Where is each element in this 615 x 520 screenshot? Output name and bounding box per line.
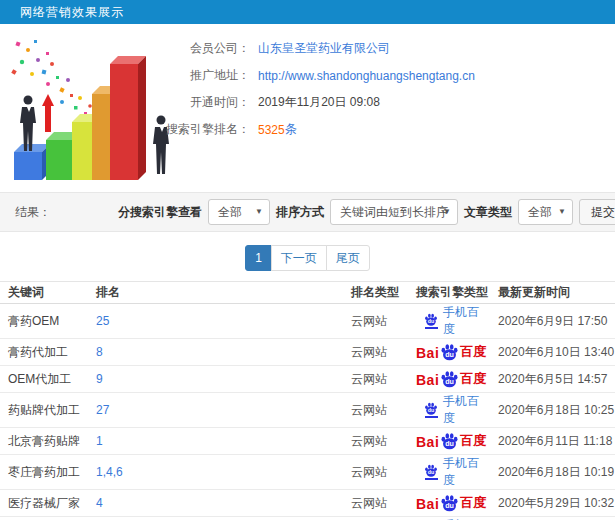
chevron-down-icon: ▼ [255, 200, 263, 224]
baidu-logo: Bai du 百度 [416, 370, 486, 388]
chevron-down-icon: ▼ [443, 200, 451, 224]
baidu-logo-bai-text: Bai [416, 345, 439, 361]
svg-text:du: du [445, 378, 454, 386]
info-row-open-time: 开通时间： 2019年11月20日 09:08 [162, 89, 475, 116]
businessman-left [20, 96, 36, 152]
company-info: 会员公司： 山东皇圣堂药业有限公司 推广地址： http://www.shand… [162, 35, 475, 143]
rank-cell: 27 [88, 393, 343, 428]
baidu-logo: Bai du 百度 [416, 432, 486, 450]
ranking-count-unit: 条 [285, 121, 297, 138]
marketing-report-window: 网络营销效果展示 [0, 0, 615, 520]
sort-select[interactable]: 关键词由短到长排序 ▼ [330, 199, 458, 225]
filter-controls: 分搜索引擎查看 全部 ▼ 排序方式 关键词由短到长排序 ▼ 文章类型 全部 ▼ … [118, 199, 615, 225]
engine-type-cell: Bai du 百度 [408, 366, 490, 393]
engine-type-cell: du 手机百度 [408, 517, 490, 520]
ranking-count-value: 5325 [258, 123, 285, 137]
table-row: 医疗器械厂家4云网站Bai du 百度2020年5月29日 10:32 [0, 490, 615, 517]
rank-type-cell: 云网站 [343, 393, 408, 428]
col-updated: 最新更新时间 [490, 282, 615, 304]
rank-type-cell: 云网站 [343, 455, 408, 490]
up-arrow-icon [42, 94, 54, 132]
baidu-logo: Bai du 百度 [416, 494, 486, 512]
rank-cell: 1,4,6 [88, 455, 343, 490]
baidu-paw-icon: du [424, 464, 438, 480]
last-page-button[interactable]: 尾页 [326, 245, 370, 271]
engine-type-cell: du 手机百度 [408, 455, 490, 490]
open-time-value: 2019年11月20日 09:08 [258, 94, 380, 111]
baidu-paw-icon: du [424, 402, 438, 418]
article-type-select[interactable]: 全部 ▼ [518, 199, 573, 225]
mobile-baidu-label: 手机百度 [443, 393, 490, 427]
rank-link[interactable]: 1,4,6 [96, 465, 123, 479]
table-row: 菏泽膏药厂家17云网站 du 手机百度2020年6月11日 11:40 [0, 517, 615, 520]
svg-text:du: du [445, 351, 454, 359]
info-section: 会员公司： 山东皇圣堂药业有限公司 推广地址： http://www.shand… [0, 24, 615, 192]
promo-url-label: 推广地址： [162, 67, 250, 84]
updated-time-cell: 2020年6月5日 14:57 [490, 366, 615, 393]
table-row: 膏药代加工8云网站Bai du 百度2020年6月10日 13:40 [0, 339, 615, 366]
growth-bar-chart-illustration [4, 32, 179, 187]
svg-text:du: du [445, 440, 454, 448]
info-row-company: 会员公司： 山东皇圣堂药业有限公司 [162, 35, 475, 62]
result-label: 结果： [15, 204, 51, 221]
rank-type-cell: 云网站 [343, 366, 408, 393]
col-rank-type: 排名类型 [343, 282, 408, 304]
svg-text:du: du [428, 407, 434, 413]
rank-link[interactable]: 9 [96, 372, 103, 386]
article-type-label: 文章类型 [464, 204, 512, 221]
sort-selected: 关键词由短到长排序 [340, 205, 448, 219]
submit-button[interactable]: 提交 [579, 199, 615, 225]
rank-cell: 4 [88, 490, 343, 517]
updated-time-cell: 2020年6月11日 11:40 [490, 517, 615, 520]
baidu-logo-cn-text: 百度 [460, 370, 486, 388]
page-1-button[interactable]: 1 [245, 245, 272, 271]
chevron-down-icon: ▼ [558, 200, 566, 224]
engine-type-cell: du 手机百度 [408, 304, 490, 339]
pagination: 1 下一页 尾页 [0, 245, 615, 272]
rank-link[interactable]: 25 [96, 314, 109, 328]
keyword-cell: 菏泽膏药厂家 [0, 517, 88, 520]
baidu-logo-bai-text: Bai [416, 496, 439, 512]
baidu-logo-cn-text: 百度 [460, 343, 486, 361]
baidu-logo: Bai du 百度 [416, 343, 486, 361]
filter-bar: 结果： 分搜索引擎查看 全部 ▼ 排序方式 关键词由短到长排序 ▼ 文章类型 全… [0, 192, 615, 232]
rank-link[interactable]: 1 [96, 434, 103, 448]
engine-view-select[interactable]: 全部 ▼ [208, 199, 270, 225]
table-row: 膏药OEM25云网站 du 手机百度2020年6月9日 17:50 [0, 304, 615, 339]
updated-time-cell: 2020年6月18日 10:19 [490, 455, 615, 490]
keyword-cell: 膏药代加工 [0, 339, 88, 366]
promo-url-link[interactable]: http://www.shandonghuangshengtang.cn [258, 69, 475, 83]
baidu-logo-cn-text: 百度 [460, 432, 486, 450]
open-time-label: 开通时间： [162, 94, 250, 111]
col-rank: 排名 [88, 282, 343, 304]
baidu-logo-bai-text: Bai [416, 372, 439, 388]
rank-type-cell: 云网站 [343, 339, 408, 366]
svg-text:du: du [428, 469, 434, 475]
rank-link[interactable]: 8 [96, 345, 103, 359]
engine-view-label: 分搜索引擎查看 [118, 204, 202, 221]
keyword-cell: 枣庄膏药加工 [0, 455, 88, 490]
next-page-button[interactable]: 下一页 [271, 245, 327, 271]
rank-link[interactable]: 27 [96, 403, 109, 417]
keyword-rank-table: 关键词 排名 排名类型 搜索引擎类型 最新更新时间 膏药OEM25云网站 du … [0, 281, 615, 520]
col-keyword: 关键词 [0, 282, 88, 304]
baidu-paw-icon: du [440, 343, 459, 361]
table-row: 北京膏药贴牌1云网站Bai du 百度2020年6月11日 11:18 [0, 428, 615, 455]
updated-time-cell: 2020年5月29日 10:32 [490, 490, 615, 517]
updated-time-cell: 2020年6月9日 17:50 [490, 304, 615, 339]
company-link[interactable]: 山东皇圣堂药业有限公司 [258, 40, 390, 57]
engine-type-cell: Bai du 百度 [408, 490, 490, 517]
keyword-cell: 药贴牌代加工 [0, 393, 88, 428]
baidu-logo-bai-text: Bai [416, 434, 439, 450]
baidu-logo-cn-text: 百度 [460, 494, 486, 512]
mobile-baidu-label: 手机百度 [443, 455, 490, 489]
table-body: 膏药OEM25云网站 du 手机百度2020年6月9日 17:50膏药代加工8云… [0, 304, 615, 520]
svg-text:du: du [428, 318, 434, 324]
rank-type-cell: 云网站 [343, 490, 408, 517]
rank-cell: 25 [88, 304, 343, 339]
svg-text:du: du [445, 502, 454, 510]
keyword-cell: 医疗器械厂家 [0, 490, 88, 517]
col-engine-type: 搜索引擎类型 [408, 282, 490, 304]
engine-type-cell: Bai du 百度 [408, 428, 490, 455]
rank-link[interactable]: 4 [96, 496, 103, 510]
